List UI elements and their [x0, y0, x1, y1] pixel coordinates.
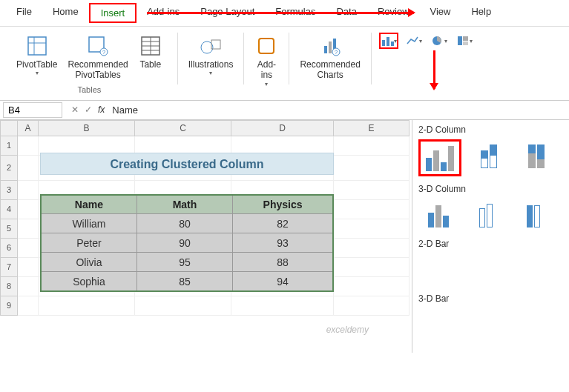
addins-button[interactable]: Add- ins ▾: [251, 33, 281, 89]
section-2d-column: 2-D Column: [418, 124, 563, 135]
formula-bar: ✕ ✓ fx Name: [0, 101, 569, 120]
col-header-A[interactable]: A: [18, 120, 39, 136]
name-box[interactable]: [3, 102, 62, 118]
svg-rect-14: [324, 46, 327, 53]
table-row[interactable]: Sophia8594: [41, 272, 333, 291]
row-header-5[interactable]: 5: [0, 219, 18, 239]
chevron-down-icon: ▾: [209, 70, 212, 76]
svg-rect-20: [387, 37, 389, 46]
cancel-icon[interactable]: ✕: [71, 104, 79, 115]
line-chart-icon: [406, 35, 419, 47]
3d-100-stacked-column-option[interactable]: [513, 199, 553, 231]
3d-100-stacked-bar-option[interactable]: [513, 308, 553, 341]
100-stacked-bar-option[interactable]: [513, 253, 553, 286]
row-header-3[interactable]: 3: [0, 181, 18, 200]
col-header-C[interactable]: C: [135, 120, 231, 136]
svg-rect-0: [28, 37, 46, 55]
chevron-down-icon: ▾: [265, 81, 268, 87]
svg-text:?: ?: [102, 49, 106, 56]
data-table[interactable]: Name Math Physics William8082 Peter9093 …: [40, 194, 334, 292]
watermark: exceldemy: [326, 325, 369, 335]
col-header-B[interactable]: B: [39, 120, 135, 136]
title-banner: Creating Clustered Column: [40, 153, 334, 175]
row-header-9[interactable]: 9: [0, 296, 18, 316]
spreadsheet-grid[interactable]: A B C D E 1 2 3 4 5 6 7 8 9 Creating Clu…: [0, 120, 412, 353]
column-chart-icon: [381, 34, 394, 47]
section-3d-column: 3-D Column: [418, 184, 563, 194]
pivottable-button[interactable]: PivotTable ▾: [13, 33, 60, 82]
addins-icon: [254, 34, 278, 58]
table-icon: [139, 34, 162, 58]
3d-stacked-column-option[interactable]: [466, 199, 506, 231]
row-header-6[interactable]: 6: [0, 239, 18, 258]
row-header-7[interactable]: 7: [0, 258, 18, 277]
3d-clustered-bar-option[interactable]: [418, 308, 458, 341]
clustered-column-option[interactable]: [418, 139, 461, 176]
recommended-pivottables-button[interactable]: ? Recommended PivotTables: [65, 33, 131, 82]
svg-rect-19: [382, 40, 385, 46]
svg-rect-23: [458, 36, 462, 45]
menu-insert[interactable]: Insert: [89, 3, 137, 23]
illustrations-button[interactable]: Illustrations ▾: [185, 33, 237, 78]
formula-value[interactable]: Name: [112, 104, 138, 116]
table-button[interactable]: Table: [136, 33, 165, 82]
pivottable-icon: [25, 34, 49, 58]
select-all-corner[interactable]: [0, 120, 18, 136]
section-2d-bar: 2-D Bar: [418, 239, 563, 249]
svg-text:?: ?: [335, 49, 338, 56]
row-header-4[interactable]: 4: [0, 200, 18, 219]
recommended-pivot-icon: ?: [86, 34, 110, 58]
col-header-D[interactable]: D: [231, 120, 334, 136]
treemap-button[interactable]: ▾: [455, 33, 474, 49]
enter-icon[interactable]: ✓: [85, 104, 92, 115]
row-header-2[interactable]: 2: [0, 156, 18, 181]
menu-view[interactable]: View: [420, 3, 461, 23]
row-header-1[interactable]: 1: [0, 136, 18, 156]
ribbon-insert: PivotTable ▾ ? Recommended PivotTables T…: [0, 27, 569, 101]
3d-clustered-column-option[interactable]: [418, 199, 458, 231]
menu-home[interactable]: Home: [42, 3, 89, 23]
header-name[interactable]: Name: [41, 195, 137, 214]
column-chart-button[interactable]: ▾: [379, 33, 398, 49]
svg-rect-24: [463, 36, 468, 41]
section-3d-bar: 3-D Bar: [418, 293, 563, 304]
recommended-charts-button[interactable]: ? Recommended Charts: [297, 33, 363, 82]
table-row[interactable]: Olivia9588: [41, 253, 333, 272]
100-stacked-column-option[interactable]: [516, 139, 556, 172]
stacked-column-option[interactable]: [469, 139, 509, 172]
menu-help[interactable]: Help: [461, 3, 501, 23]
stacked-bar-option[interactable]: [466, 253, 506, 286]
chevron-down-icon: ▾: [36, 70, 39, 76]
recommended-charts-icon: ?: [318, 34, 342, 58]
pie-chart-button[interactable]: ▾: [430, 33, 449, 49]
3d-stacked-bar-option[interactable]: [466, 308, 506, 341]
svg-rect-15: [329, 41, 332, 53]
svg-rect-13: [259, 39, 274, 53]
row-header-8[interactable]: 8: [0, 277, 18, 296]
pie-chart-icon: [431, 35, 444, 47]
menu-file[interactable]: File: [6, 3, 42, 23]
header-math[interactable]: Math: [137, 195, 232, 214]
treemap-icon: [456, 35, 470, 47]
col-header-E[interactable]: E: [334, 120, 410, 136]
clustered-bar-option[interactable]: [418, 253, 458, 286]
header-physics[interactable]: Physics: [233, 195, 333, 214]
table-row[interactable]: Peter9093: [41, 233, 333, 253]
line-chart-button[interactable]: ▾: [404, 33, 424, 49]
chart-type-dropdown: 2-D Column 3-D Column: [412, 120, 569, 353]
svg-rect-25: [463, 41, 468, 45]
fx-icon[interactable]: fx: [98, 104, 105, 115]
illustrations-icon: [199, 34, 223, 58]
table-row[interactable]: William8082: [41, 214, 333, 233]
tables-group-label: Tables: [77, 85, 101, 94]
